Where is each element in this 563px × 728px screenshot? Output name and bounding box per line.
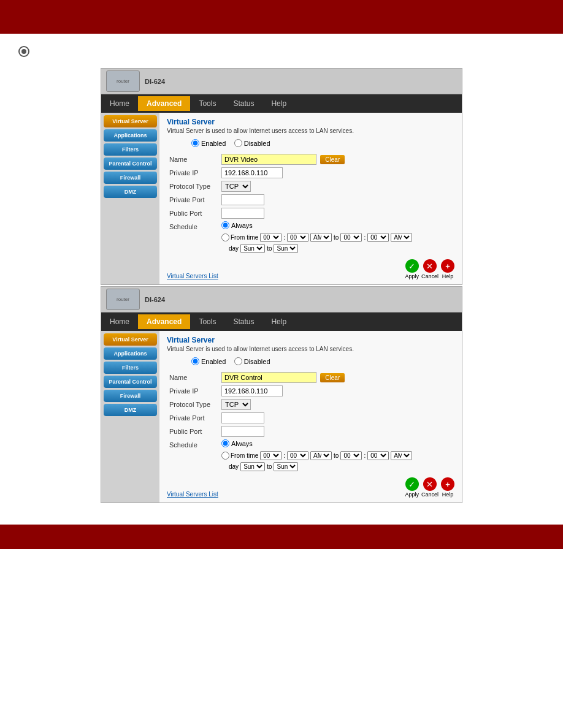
from-radio-2[interactable]: From bbox=[221, 452, 245, 460]
nav-help-1[interactable]: Help bbox=[262, 96, 295, 111]
from-hour-1[interactable]: 00 bbox=[260, 233, 282, 242]
nav-advanced-2[interactable]: Advanced bbox=[138, 314, 190, 329]
section-desc-1: Virtual Server is used to allow Internet… bbox=[167, 127, 454, 134]
bottom-bar bbox=[0, 525, 563, 549]
nav-home-2[interactable]: Home bbox=[101, 314, 138, 329]
sidebar-firewall-2[interactable]: Firewall bbox=[104, 390, 157, 402]
section-title-2: Virtual Server bbox=[167, 336, 454, 344]
sidebar-applications-1[interactable]: Applications bbox=[104, 129, 157, 142]
screenshot-panel-2: router DI-624 Home Advanced Tools Status… bbox=[101, 286, 462, 503]
help-button-2[interactable]: + Help bbox=[441, 477, 454, 498]
section-title-1: Virtual Server bbox=[167, 118, 454, 126]
nav-bar-1: Home Advanced Tools Status Help bbox=[101, 94, 462, 113]
sidebar-virtual-server-2[interactable]: Virtual Server bbox=[104, 333, 157, 346]
nav-status-1[interactable]: Status bbox=[224, 96, 262, 111]
private-port-label-2: Private Port bbox=[167, 411, 219, 425]
sidebar-virtual-server-1[interactable]: Virtual Server bbox=[104, 115, 157, 127]
private-port-input-2[interactable] bbox=[221, 412, 264, 423]
from-hour-2[interactable]: 00 bbox=[260, 451, 282, 460]
private-ip-input-1[interactable] bbox=[221, 167, 283, 178]
nav-status-2[interactable]: Status bbox=[224, 314, 262, 329]
always-radio-1[interactable]: Always bbox=[221, 221, 253, 229]
device-label-2: DI-624 bbox=[145, 296, 165, 303]
public-port-input-1[interactable] bbox=[221, 208, 264, 219]
device-header-2: router DI-624 bbox=[101, 287, 462, 313]
to-ampm-2[interactable]: AMPM bbox=[391, 451, 412, 460]
nav-bar-2: Home Advanced Tools Status Help bbox=[101, 313, 462, 331]
name-input-1[interactable] bbox=[221, 154, 316, 165]
private-port-label-1: Private Port bbox=[167, 193, 219, 207]
to-hour-2[interactable]: 00 bbox=[340, 451, 362, 460]
protocol-select-1[interactable]: TCP UDP Both bbox=[221, 181, 251, 192]
virtual-servers-link-2[interactable]: Virtual Servers List bbox=[167, 491, 218, 498]
to-day-2[interactable]: Sun bbox=[274, 462, 298, 471]
device-label-1: DI-624 bbox=[145, 78, 165, 85]
public-port-label-2: Public Port bbox=[167, 425, 219, 438]
sidebar-dmz-2[interactable]: DMZ bbox=[104, 404, 157, 416]
sidebar-filters-1[interactable]: Filters bbox=[104, 143, 157, 156]
to-min-2[interactable]: 00 bbox=[367, 451, 389, 460]
device-header-1: router DI-624 bbox=[101, 69, 462, 94]
enabled-radio-2[interactable]: Enabled bbox=[191, 357, 226, 365]
nav-help-2[interactable]: Help bbox=[262, 314, 295, 329]
private-port-input-1[interactable] bbox=[221, 194, 264, 205]
virtual-servers-link-1[interactable]: Virtual Servers List bbox=[167, 273, 218, 279]
protocol-label-1: Protocol Type bbox=[167, 180, 219, 193]
nav-tools-1[interactable]: Tools bbox=[190, 96, 224, 111]
from-ampm-1[interactable]: AMPM bbox=[310, 233, 332, 242]
private-ip-label-1: Private IP bbox=[167, 166, 219, 180]
sidebar-1: Virtual Server Applications Filters Pare… bbox=[101, 113, 159, 284]
name-label-2: Name bbox=[167, 371, 219, 384]
always-radio-2[interactable]: Always bbox=[221, 439, 253, 447]
from-radio-1[interactable]: From bbox=[221, 233, 245, 241]
sidebar-parental-2[interactable]: Parental Control bbox=[104, 376, 157, 388]
nav-home-1[interactable]: Home bbox=[101, 96, 138, 111]
name-input-2[interactable] bbox=[221, 372, 316, 383]
nav-advanced-1[interactable]: Advanced bbox=[138, 96, 190, 111]
schedule-label-2: Schedule bbox=[167, 438, 219, 472]
sidebar-filters-2[interactable]: Filters bbox=[104, 362, 157, 374]
enabled-radio-1[interactable]: Enabled bbox=[191, 139, 226, 147]
to-min-1[interactable]: 00 bbox=[367, 233, 389, 242]
public-port-label-1: Public Port bbox=[167, 207, 219, 220]
radio-icon-indicator bbox=[18, 46, 545, 59]
clear-button-1[interactable]: Clear bbox=[320, 155, 345, 164]
top-bar bbox=[0, 0, 563, 34]
main-content-2: Virtual Server Virtual Server is used to… bbox=[159, 331, 462, 502]
to-day-1[interactable]: Sun bbox=[274, 244, 298, 253]
to-hour-1[interactable]: 00 bbox=[340, 233, 362, 242]
from-day-2[interactable]: Sun bbox=[240, 462, 265, 471]
from-day-1[interactable]: Sun bbox=[240, 244, 265, 253]
help-button-1[interactable]: + Help bbox=[441, 259, 454, 279]
from-ampm-2[interactable]: AMPM bbox=[310, 451, 332, 460]
sidebar-firewall-1[interactable]: Firewall bbox=[104, 172, 157, 184]
schedule-label-1: Schedule bbox=[167, 220, 219, 254]
disabled-radio-2[interactable]: Disabled bbox=[234, 357, 270, 365]
name-label-1: Name bbox=[167, 153, 219, 166]
to-ampm-1[interactable]: AMPM bbox=[391, 233, 412, 242]
screenshot-panel-1: router DI-624 Home Advanced Tools Status… bbox=[101, 68, 462, 285]
private-ip-label-2: Private IP bbox=[167, 384, 219, 398]
nav-tools-2[interactable]: Tools bbox=[190, 314, 224, 329]
apply-button-1[interactable]: ✓ Apply bbox=[405, 259, 419, 279]
private-ip-input-2[interactable] bbox=[221, 385, 283, 396]
sidebar-parental-1[interactable]: Parental Control bbox=[104, 157, 157, 170]
cancel-button-2[interactable]: ✕ Cancel bbox=[421, 477, 439, 498]
protocol-select-2[interactable]: TCP UDP Both bbox=[221, 399, 251, 410]
protocol-label-2: Protocol Type bbox=[167, 398, 219, 411]
apply-button-2[interactable]: ✓ Apply bbox=[405, 477, 419, 498]
public-port-input-2[interactable] bbox=[221, 426, 264, 437]
sidebar-2: Virtual Server Applications Filters Pare… bbox=[101, 331, 159, 502]
disabled-radio-1[interactable]: Disabled bbox=[234, 139, 270, 147]
section-desc-2: Virtual Server is used to allow Internet… bbox=[167, 346, 454, 352]
cancel-button-1[interactable]: ✕ Cancel bbox=[421, 259, 439, 279]
sidebar-applications-2[interactable]: Applications bbox=[104, 347, 157, 360]
from-min-2[interactable]: 00 bbox=[287, 451, 308, 460]
sidebar-dmz-1[interactable]: DMZ bbox=[104, 186, 157, 198]
main-content-1: Virtual Server Virtual Server is used to… bbox=[159, 113, 462, 284]
clear-button-2[interactable]: Clear bbox=[320, 373, 345, 382]
from-min-1[interactable]: 00 bbox=[287, 233, 308, 242]
